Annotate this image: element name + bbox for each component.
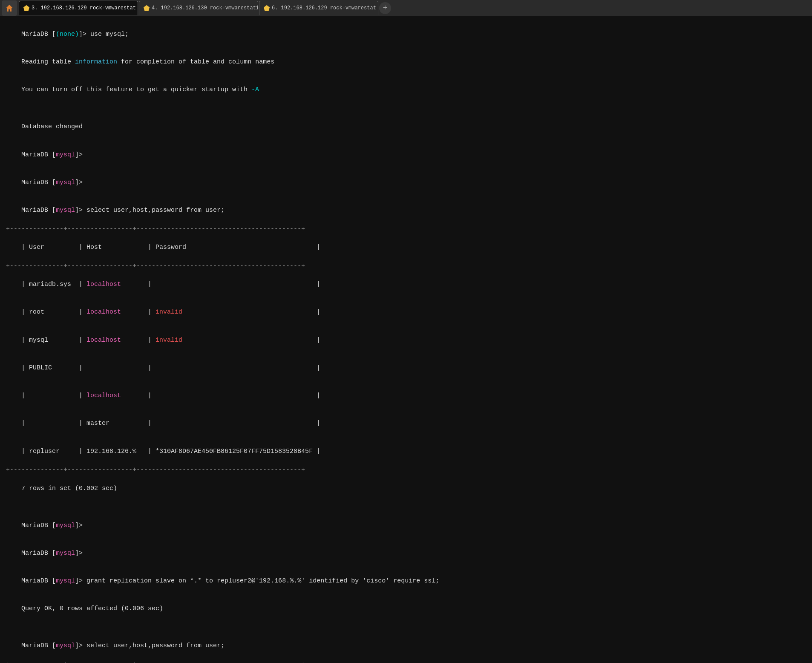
new-tab-button[interactable]: + [379, 2, 391, 14]
terminal-line-6: MariaDB [mysql]> [6, 141, 806, 169]
tab-2[interactable]: 4. 192.168.126.130 rock-vmwarestatic [139, 1, 258, 15]
terminal-table1-bottom: +--------------+-----------------+------… [6, 465, 806, 475]
terminal-table1-header: | User | Host | Password | [6, 233, 806, 261]
terminal-line-3: You can turn off this feature to get a q… [6, 76, 806, 104]
svg-marker-0 [6, 5, 13, 12]
tab-bar: 3. 192.168.126.129 rock-vmwarestat ✕ 4. … [0, 0, 812, 16]
terminal-table1-row3: | mysql | localhost | invalid | [6, 326, 806, 354]
terminal-table1-row5: | | localhost | | [6, 382, 806, 409]
home-button[interactable] [2, 0, 17, 16]
terminal-line-8: MariaDB [mysql]> select user,host,passwo… [6, 196, 806, 224]
tab-3[interactable]: 6. 192.168.126.129 rock-vmwarestat [259, 1, 378, 15]
terminal-table1-row1: | mariadb.sys | localhost | | [6, 271, 806, 298]
tab-3-label: 6. 192.168.126.129 rock-vmwarestat [272, 5, 376, 11]
terminal-line-22: MariaDB [mysql]> [6, 512, 806, 539]
terminal-table1-divider: +--------------+-----------------+------… [6, 262, 806, 271]
terminal-icon-3 [264, 5, 270, 11]
terminal-line-27: MariaDB [mysql]> select user,host,passwo… [6, 632, 806, 660]
terminal-table1-top: +--------------+-----------------+------… [6, 225, 806, 234]
tab-1[interactable]: 3. 192.168.126.129 rock-vmwarestat ✕ [19, 1, 138, 15]
terminal-line-23: MariaDB [mysql]> [6, 539, 806, 567]
terminal-table1-row7: | repluser | 192.168.126.% | *310AF8D67A… [6, 438, 806, 465]
terminal-table1-row6: | | master | | [6, 410, 806, 438]
terminal-line-24: MariaDB [mysql]> grant replication slave… [6, 567, 806, 595]
terminal-table1-row2: | root | localhost | invalid | [6, 299, 806, 326]
terminal-line-5: Database changed [6, 113, 806, 141]
tab-2-label: 4. 192.168.126.130 rock-vmwarestatic [152, 5, 258, 11]
terminal-blank2 [6, 623, 806, 632]
terminal-line-7: MariaDB [mysql]> [6, 169, 806, 196]
terminal-table1-row4: | PUBLIC | | | [6, 354, 806, 382]
terminal-blank1 [6, 502, 806, 512]
terminal-rows1: 7 rows in set (0.002 sec) [6, 475, 806, 502]
terminal-line-2: Reading table information for completion… [6, 48, 806, 76]
tab-1-label: 3. 192.168.126.129 rock-vmwarestat [32, 5, 136, 11]
terminal-icon-1 [23, 5, 29, 11]
terminal-table2-top: +--------------+-----------------+------… [6, 660, 806, 663]
terminal-line-4 [6, 104, 806, 113]
terminal-icon-2 [144, 5, 150, 11]
terminal-line-25: Query OK, 0 rows affected (0.006 sec) [6, 595, 806, 623]
terminal-area: MariaDB [(none)]> use mysql; Reading tab… [0, 16, 812, 663]
terminal-line-1: MariaDB [(none)]> use mysql; [6, 20, 806, 48]
